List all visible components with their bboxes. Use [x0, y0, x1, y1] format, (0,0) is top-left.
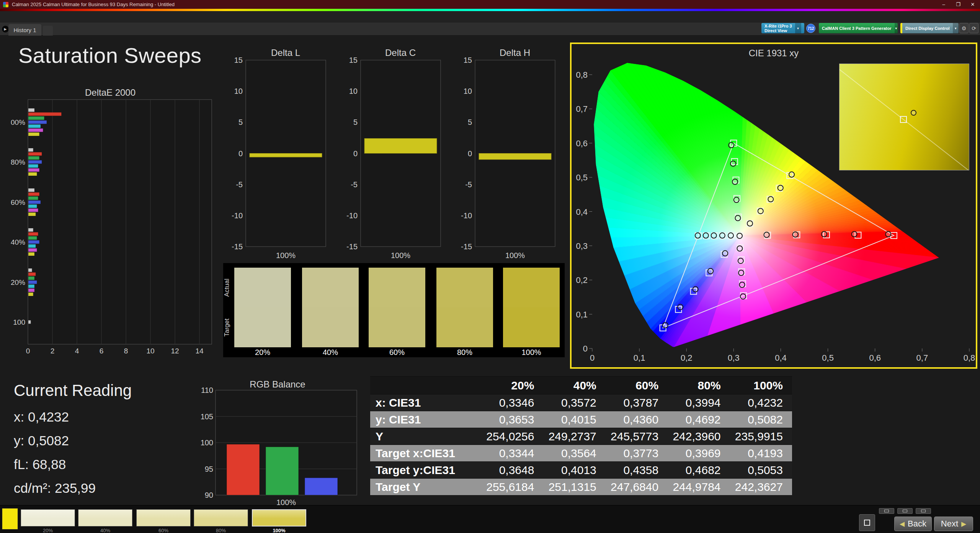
- current-pattern-swatch: [2, 508, 18, 530]
- table-header-row: 20%40%60%80%100%: [370, 376, 792, 394]
- pattern-thumbnail-label: 60%: [136, 528, 191, 533]
- table-value-cell: 0,5082: [730, 413, 792, 426]
- table-row-label: y: CIE31: [370, 413, 481, 426]
- axis-label: 0,3: [728, 353, 740, 363]
- deltae-bar-cyan: [28, 164, 38, 168]
- axis-label: 0,5: [822, 353, 834, 363]
- pattern-thumbnail-60%[interactable]: [136, 509, 191, 526]
- pattern-window-toggle-button[interactable]: [859, 514, 875, 531]
- table-value-cell: 245,5773: [606, 430, 668, 443]
- display-control-button[interactable]: Direct Display Control ▾: [900, 23, 959, 33]
- back-label: Back: [908, 519, 926, 529]
- axis-label: 5: [468, 118, 472, 126]
- next-button[interactable]: Next ▶: [934, 517, 973, 531]
- table-value-cell: 255,6184: [481, 481, 543, 494]
- deltae-bar-white: [28, 148, 33, 152]
- delta_l-bar: [250, 154, 322, 157]
- delta-h-chart[interactable]: 151050-5-10-15100%: [458, 57, 561, 266]
- table-value-cell: 0,3994: [668, 396, 730, 409]
- deltae-bar-magenta: [28, 289, 34, 292]
- deltae-bar-yellow: [28, 293, 33, 296]
- deltae-bar-blue: [28, 281, 37, 284]
- meter-delay-badge: 712: [806, 24, 815, 33]
- table-value-cell: 0,4193: [730, 447, 792, 460]
- actual-swatch: [369, 268, 425, 307]
- axis-label: 100%: [276, 251, 296, 260]
- table-value-cell: 0,3346: [481, 396, 543, 409]
- display-layout-button-1[interactable]: [879, 508, 894, 514]
- axis-label: 10: [234, 87, 243, 95]
- cie-1931-panel[interactable]: 00,10,20,30,40,50,60,70,800,10,20,30,40,…: [570, 43, 977, 369]
- table-header-cell: 20%: [481, 379, 543, 392]
- deltae-bar-yellow: [28, 252, 34, 256]
- pattern-thumbnail-label: 20%: [21, 528, 75, 533]
- axis-label: -10: [232, 211, 243, 220]
- axis-label: 95: [205, 465, 213, 473]
- meter-device-button[interactable]: X-Rite i1Pro 3 Direct View ▾: [761, 23, 804, 33]
- tab-stub[interactable]: [43, 26, 53, 36]
- back-button[interactable]: ◀ Back: [894, 517, 932, 531]
- chevron-down-icon: ▾: [795, 23, 801, 33]
- meter-mode: Direct View: [764, 28, 792, 33]
- monitor-icon: [921, 510, 926, 512]
- deltae-bar-white: [28, 188, 34, 192]
- swatch-column-60%: 60%: [369, 268, 425, 357]
- axis-label: 40%: [11, 238, 25, 246]
- deltae-bar-red: [28, 232, 38, 236]
- window-title: Calman 2025 Calman Ultimate for Business…: [12, 2, 175, 7]
- axis-label: 0,5: [576, 173, 588, 182]
- axis-label: 15: [464, 57, 472, 64]
- deltae-bar-red: [28, 152, 42, 156]
- delta-l-chart[interactable]: 151050-5-10-15100%: [229, 57, 332, 266]
- maximize-button[interactable]: ❐: [951, 0, 965, 9]
- minimize-button[interactable]: –: [936, 0, 951, 9]
- actual-swatch: [436, 268, 493, 307]
- delta-c-chart[interactable]: 151050-5-10-15100%: [344, 57, 446, 266]
- pattern-generator-button[interactable]: CalMAN Client 3 Pattern Generator ▾: [819, 23, 898, 33]
- next-arrow-icon: ▶: [961, 520, 966, 528]
- table-value-cell: 254,0256: [481, 430, 543, 443]
- table-value-cell: 0,4013: [543, 464, 605, 477]
- display-layout-button-3[interactable]: [916, 508, 931, 514]
- actual-swatch: [234, 268, 291, 307]
- settings-gear-button[interactable]: ⚙: [959, 23, 969, 33]
- calman-app-window: Calman 2025 Calman Ultimate for Business…: [0, 0, 980, 533]
- table-value-cell: 242,3627: [730, 481, 792, 494]
- rgb-balance-chart[interactable]: 1101051009590100%: [199, 386, 362, 507]
- pattern-thumbnail-label: 40%: [78, 528, 132, 533]
- tab-label: History 1: [13, 27, 36, 33]
- table-row: Target x:CIE310,33440,35640,37730,39690,…: [370, 445, 792, 461]
- pattern-thumbnail-100%[interactable]: [252, 509, 306, 526]
- table-value-cell: 0,4692: [668, 413, 730, 426]
- pattern-thumbnail-80%[interactable]: [194, 509, 248, 526]
- display-layout-button-2[interactable]: [897, 508, 913, 514]
- sidebar-expand-button[interactable]: ▶: [2, 25, 9, 33]
- deltae-bar-red: [28, 113, 61, 116]
- axis-label: -5: [465, 180, 472, 189]
- refresh-button[interactable]: ⟳: [969, 23, 978, 33]
- target-point-marker: [900, 116, 907, 123]
- deltae2000-chart[interactable]: 02468101214100%80%60%40%20%100: [11, 96, 219, 361]
- gear-icon: ⚙: [962, 25, 967, 31]
- axis-label: 6: [100, 347, 104, 355]
- table-row: y: CIE310,36530,40150,43600,46920,5082: [370, 411, 792, 428]
- table-value-cell: 235,9915: [730, 430, 792, 443]
- actual-swatch: [503, 268, 560, 307]
- pattern-thumbnail-20%[interactable]: [21, 509, 75, 526]
- deltae-bar-cyan: [28, 284, 34, 288]
- swatch-column-80%: 80%: [436, 268, 493, 357]
- close-button[interactable]: ✕: [965, 0, 980, 9]
- deltae-bar-red: [28, 273, 36, 276]
- axis-label: 0,7: [916, 353, 928, 363]
- delta_c-bar: [364, 139, 437, 154]
- deltae-bar-green: [28, 196, 38, 200]
- axis-label: 0,8: [964, 353, 975, 363]
- delta-c-chart-title: Delta C: [362, 47, 439, 58]
- pattern-thumbnail-40%[interactable]: [78, 509, 132, 526]
- tab-history-1[interactable]: History 1: [8, 24, 41, 36]
- axis-label: 0,4: [576, 207, 588, 217]
- axis-label: 100%: [391, 251, 410, 260]
- axis-label: 0: [26, 347, 30, 355]
- axis-label: 0,2: [576, 275, 588, 285]
- table-row: Y254,0256249,2737245,5773242,3960235,991…: [370, 428, 792, 445]
